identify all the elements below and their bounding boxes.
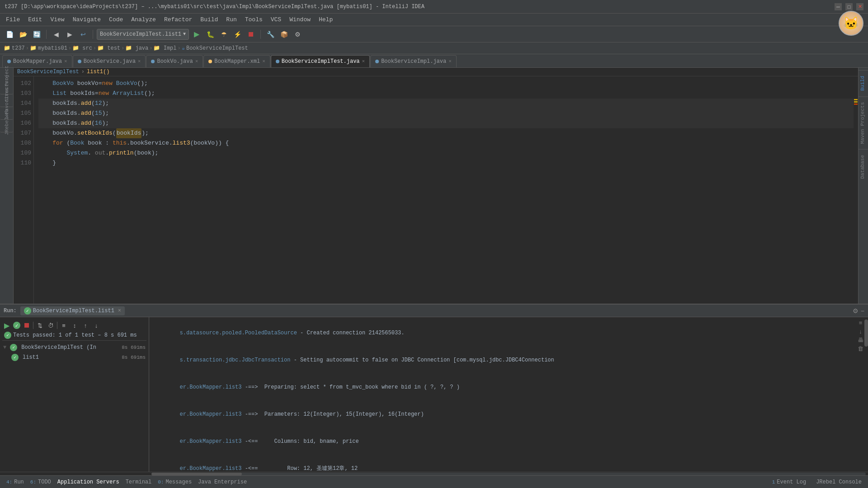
breadcrumb-mybatis01[interactable]: 📁 mybatis01 bbox=[30, 45, 67, 52]
maximize-button[interactable]: □ bbox=[845, 3, 853, 10]
new-file-button[interactable]: 📄 bbox=[4, 28, 15, 40]
back-button[interactable]: ◀ bbox=[50, 28, 62, 40]
breadcrumb-impl[interactable]: 📁 Impl bbox=[153, 45, 176, 52]
debug-button[interactable]: 🐛 bbox=[204, 28, 216, 40]
tool-event-log[interactable]: 1 Event Log bbox=[769, 478, 809, 486]
run-settings-button[interactable]: ⚙ bbox=[853, 307, 859, 314]
java-icon bbox=[276, 60, 279, 63]
expand-btn[interactable]: ↕ bbox=[70, 321, 79, 330]
tab-bookserviceimpl[interactable]: BookServiceImpl.java × bbox=[370, 55, 457, 67]
coverage-button[interactable]: ☂ bbox=[218, 28, 230, 40]
output-line-1: s.datasource.pooled.PooledDataSource - C… bbox=[154, 319, 863, 347]
tab-bookvo[interactable]: BookVo.java × bbox=[146, 55, 203, 67]
profile-button[interactable]: ⚡ bbox=[231, 28, 243, 40]
menu-refactor[interactable]: Refactor bbox=[160, 15, 196, 24]
tab-bookmapperxml[interactable]: BookMapper.xml × bbox=[203, 55, 270, 67]
tab-close-icon[interactable]: × bbox=[195, 59, 198, 64]
filter-btn[interactable]: ≡ bbox=[59, 321, 68, 330]
tab-close-icon[interactable]: × bbox=[138, 59, 141, 64]
breadcrumb-java[interactable]: 📁 java bbox=[125, 45, 148, 52]
run-output-panel[interactable]: s.datasource.pooled.PooledDataSource - C… bbox=[149, 317, 868, 472]
run-config-dropdown[interactable]: BookServiceImplTest.list1 ▼ bbox=[97, 29, 189, 40]
tool-messages[interactable]: 0: Messages bbox=[155, 478, 194, 486]
sidebar-favorites-icon[interactable]: Favorites bbox=[0, 95, 13, 107]
tool-app-servers[interactable]: Application Servers bbox=[55, 478, 122, 486]
right-gutter bbox=[854, 76, 858, 304]
code-line-103: List bookIds=new ArrayList(); bbox=[38, 89, 854, 99]
down-btn[interactable]: ↓ bbox=[92, 321, 101, 330]
tab-label: BookServiceImpl.java bbox=[381, 58, 446, 65]
close-button[interactable]: ✕ bbox=[856, 3, 863, 10]
sort-alpha-btn[interactable]: ⇅ bbox=[35, 321, 44, 330]
menu-tools[interactable]: Tools bbox=[241, 15, 266, 24]
sdk-button[interactable]: 📦 bbox=[278, 28, 290, 40]
output-scrollbar-track bbox=[864, 317, 868, 472]
window-title: t237 [D:\app\workspace\ideaProjects\t237… bbox=[5, 4, 425, 10]
sort-duration-btn[interactable]: ⏱ bbox=[46, 321, 55, 330]
code-line-109: System. out.println(book); bbox=[38, 148, 854, 158]
scrollbar-thumb[interactable] bbox=[151, 473, 242, 475]
menu-window[interactable]: Window bbox=[286, 15, 314, 24]
breadcrumb-src[interactable]: 📁 src bbox=[72, 45, 92, 52]
tab-bookservice[interactable]: BookService.java × bbox=[73, 55, 146, 67]
code-line-108: for (Book book : this.bookService.list3(… bbox=[38, 138, 854, 148]
tab-close-icon[interactable]: × bbox=[362, 59, 365, 64]
nav-back-button[interactable]: ↩ bbox=[77, 28, 89, 40]
settings-button[interactable]: ⚙ bbox=[292, 28, 303, 40]
menu-code[interactable]: Code bbox=[105, 15, 127, 24]
test-class-row[interactable]: ▼ ✓ BookServiceImplTest (In 8s 691ms bbox=[2, 343, 146, 352]
output-action-1[interactable]: ≡ bbox=[858, 319, 863, 326]
run-button[interactable]: ▶ bbox=[191, 28, 203, 40]
minimize-button[interactable]: ─ bbox=[835, 3, 842, 10]
forward-button[interactable]: ▶ bbox=[64, 28, 75, 40]
menu-run[interactable]: Run bbox=[222, 15, 240, 24]
up-btn[interactable]: ↑ bbox=[81, 321, 90, 330]
tool-jrebel-console[interactable]: JRebel Console bbox=[813, 478, 864, 486]
output-action-3[interactable]: 🖶 bbox=[858, 337, 863, 343]
tool-java-enterprise[interactable]: Java Enterprise bbox=[195, 478, 250, 486]
breadcrumb-test[interactable]: 📁 test bbox=[97, 45, 120, 52]
menu-view[interactable]: View bbox=[47, 15, 68, 24]
right-tab-maven[interactable]: Maven Projects bbox=[859, 96, 868, 149]
open-button[interactable]: 📂 bbox=[17, 28, 29, 40]
stop-button[interactable]: ⏹ bbox=[245, 28, 257, 40]
tab-close-icon[interactable]: × bbox=[448, 59, 452, 64]
menu-vcs[interactable]: VCS bbox=[267, 15, 285, 24]
test-passed-btn[interactable]: ✓ bbox=[13, 322, 20, 329]
output-action-2[interactable]: ↓ bbox=[858, 328, 863, 335]
test-class-time: 8s 691ms bbox=[122, 345, 146, 350]
tool-todo[interactable]: 6: TODO bbox=[28, 478, 54, 486]
breadcrumb-classfile[interactable]: ☕ BookServiceImplTest bbox=[182, 45, 248, 52]
bottom-scrollbar bbox=[0, 472, 868, 475]
menu-help[interactable]: Help bbox=[315, 15, 336, 24]
sidebar-jrebel-icon[interactable]: JRebel bbox=[0, 121, 13, 132]
test-method-row[interactable]: ✓ list1 8s 691ms bbox=[2, 352, 146, 362]
stop-test-btn[interactable]: ⏹ bbox=[22, 321, 31, 330]
run-tab-label: BookServiceImplTest.list1 bbox=[33, 308, 114, 314]
menu-navigate[interactable]: Navigate bbox=[69, 15, 104, 24]
tab-close-icon[interactable]: × bbox=[262, 59, 265, 64]
menu-edit[interactable]: Edit bbox=[24, 15, 46, 24]
rerun-button[interactable]: ▶ bbox=[2, 321, 11, 330]
breadcrumb-t237[interactable]: 📁 t237 bbox=[4, 45, 25, 52]
right-tab-build[interactable]: Build bbox=[859, 70, 868, 96]
tab-bookmapper[interactable]: BookMapper.java × bbox=[2, 55, 72, 67]
tool-run[interactable]: 4: Run bbox=[4, 478, 27, 486]
output-scrollbar-thumb[interactable] bbox=[864, 319, 868, 347]
output-action-4[interactable]: 🗑 bbox=[858, 345, 863, 352]
menu-file[interactable]: File bbox=[2, 15, 24, 24]
code-lines[interactable]: BookVo bookVo=new BookVo(); List bookIds… bbox=[34, 76, 854, 304]
tools-button[interactable]: 🔧 bbox=[264, 28, 276, 40]
run-config-tab[interactable]: ✓ BookServiceImplTest.list1 × bbox=[20, 306, 125, 315]
run-tab-close[interactable]: × bbox=[118, 308, 121, 314]
todo-label: TODO bbox=[38, 479, 51, 485]
menu-build[interactable]: Build bbox=[197, 15, 222, 24]
tab-bookserviceimpltest[interactable]: BookServiceImplTest.java × bbox=[271, 55, 370, 67]
menu-analyze[interactable]: Analyze bbox=[127, 15, 160, 24]
tab-close-icon[interactable]: × bbox=[64, 59, 67, 64]
run-minimize-button[interactable]: − bbox=[861, 307, 864, 314]
messages-num: 0: bbox=[158, 479, 164, 485]
right-tab-database[interactable]: Database bbox=[859, 149, 868, 184]
tool-terminal[interactable]: Terminal bbox=[123, 478, 155, 486]
sync-button[interactable]: 🔄 bbox=[31, 28, 42, 40]
